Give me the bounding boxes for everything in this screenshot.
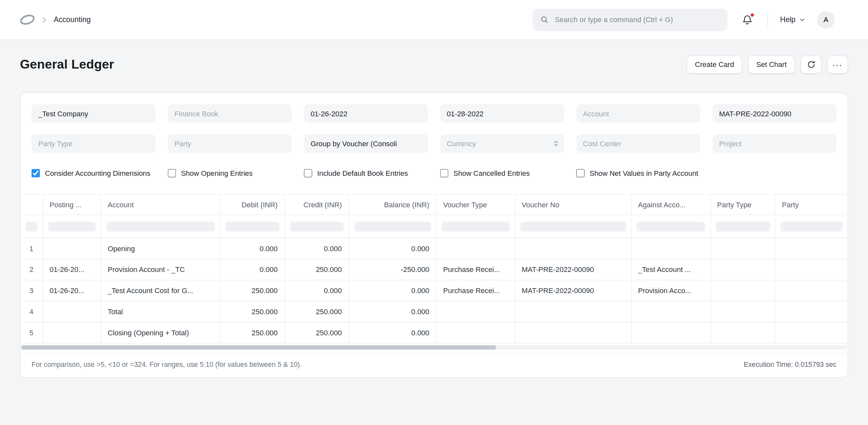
cell-voucher-type (436, 238, 515, 259)
checkbox-consider-accounting-dimensions[interactable]: Consider Accounting Dimensions (31, 168, 155, 179)
page-actions: Create Card Set Chart ... (686, 56, 848, 74)
table-row: 5 Closing (Opening + Total) 250.000 250.… (21, 322, 847, 343)
consider-accounting-dimensions-checkbox[interactable] (31, 169, 40, 177)
party-filter[interactable] (168, 134, 292, 153)
cell-voucher-no[interactable]: MAT-PRE-2022-00090 (515, 280, 631, 301)
filter-cell-posting-date (42, 215, 101, 238)
to-date-filter[interactable] (440, 104, 564, 123)
column-header-voucher-type[interactable]: Voucher Type (436, 194, 515, 215)
column-filter-input[interactable] (520, 222, 626, 232)
cell-debit: 0.000 (220, 238, 285, 259)
account-filter[interactable] (576, 104, 700, 123)
global-search (533, 8, 727, 31)
cell-debit: 0.000 (220, 259, 285, 280)
filter-cell-party (775, 215, 847, 238)
filter-cell-party-type (710, 215, 775, 238)
report-table: Posting ... Account Debit (INR) Credit (… (21, 194, 847, 343)
column-header-party-type[interactable]: Party Type (710, 194, 775, 215)
cell-index: 2 (21, 259, 42, 280)
column-filter-input[interactable] (106, 222, 215, 232)
checkbox-show-cancelled-entries[interactable]: Show Cancelled Entries (440, 168, 564, 179)
cell-against-account: _Test Account ... (631, 259, 710, 280)
search-input[interactable] (533, 8, 727, 31)
cell-voucher-no[interactable]: MAT-PRE-2022-00090 (515, 259, 631, 280)
cell-party-type (710, 322, 775, 343)
navbar-right: Help A (533, 8, 835, 31)
column-header-debit[interactable]: Debit (INR) (220, 194, 285, 215)
filter-cell-balance (349, 215, 436, 238)
scrollbar-thumb[interactable] (21, 345, 496, 350)
column-header-credit[interactable]: Credit (INR) (285, 194, 349, 215)
currency-placeholder: Currency (447, 139, 557, 148)
chevron-down-icon (800, 17, 805, 22)
refresh-button[interactable] (801, 56, 822, 74)
column-header-against-account[interactable]: Against Acco... (631, 194, 710, 215)
cell-credit: 250.000 (285, 301, 349, 322)
cost-center-filter[interactable] (576, 134, 700, 153)
set-chart-button[interactable]: Set Chart (748, 56, 795, 74)
cell-index: 5 (21, 322, 42, 343)
column-filter-input[interactable] (225, 222, 279, 232)
column-filter-input[interactable] (25, 222, 38, 232)
filter-checkboxes: Consider Accounting Dimensions Show Open… (21, 153, 847, 194)
frappecloud-logo[interactable] (20, 15, 35, 24)
horizontal-scrollbar[interactable] (21, 345, 847, 350)
column-filter-input[interactable] (715, 222, 770, 232)
breadcrumb-item-accounting[interactable]: Accounting (54, 16, 91, 24)
show-cancelled-entries-checkbox[interactable] (440, 169, 448, 177)
checkbox-label: Show Opening Entries (181, 168, 253, 179)
column-header-party[interactable]: Party (775, 194, 847, 215)
execution-time: Execution Time: 0.015793 sec (744, 361, 837, 368)
column-header-voucher-no[interactable]: Voucher No (515, 194, 631, 215)
group-by-select[interactable]: Group by Voucher (Consoli (304, 134, 428, 153)
show-net-values-checkbox[interactable] (576, 169, 585, 177)
voucher-no-filter[interactable] (713, 104, 837, 123)
logo-ring-icon (19, 13, 36, 27)
column-filter-input[interactable] (354, 222, 431, 232)
checkbox-label: Include Default Book Entries (317, 168, 408, 179)
column-header-balance[interactable]: Balance (INR) (349, 194, 436, 215)
cell-balance: 0.000 (349, 301, 436, 322)
page-title: General Ledger (20, 57, 114, 72)
column-header-account[interactable]: Account (101, 194, 220, 215)
include-default-book-entries-checkbox[interactable] (304, 169, 312, 177)
column-filter-input[interactable] (441, 222, 509, 232)
table-row: 1 Opening 0.000 0.000 0.000 (21, 238, 847, 259)
help-label: Help (780, 16, 795, 24)
filter-cell-index (21, 215, 42, 238)
ellipsis-icon: ... (833, 58, 842, 67)
project-filter[interactable] (713, 134, 837, 153)
notification-dot (750, 12, 755, 17)
column-filter-input[interactable] (290, 222, 343, 232)
column-filter-input[interactable] (48, 222, 96, 232)
cell-posting-date (42, 238, 101, 259)
column-header-posting-date[interactable]: Posting ... (42, 194, 101, 215)
table-row: 2 01-26-20... Provision Account - _TC 0.… (21, 259, 847, 280)
user-avatar[interactable]: A (817, 11, 835, 29)
column-header-index (21, 194, 42, 215)
cell-against-account (631, 322, 710, 343)
notifications-button[interactable] (740, 12, 755, 28)
cell-debit: 250.000 (220, 280, 285, 301)
cell-party-type (710, 259, 775, 280)
column-filter-input[interactable] (636, 222, 705, 232)
create-card-button[interactable]: Create Card (686, 56, 742, 74)
checkbox-include-default-book-entries[interactable]: Include Default Book Entries (304, 168, 428, 179)
cell-party-type (710, 301, 775, 322)
cell-voucher-no[interactable] (515, 238, 631, 259)
cell-posting-date (42, 301, 101, 322)
currency-select[interactable]: Currency (440, 134, 564, 153)
finance-book-filter[interactable] (168, 104, 292, 123)
column-filter-input[interactable] (780, 222, 843, 232)
show-opening-entries-checkbox[interactable] (168, 169, 176, 177)
menu-button[interactable]: ... (827, 56, 848, 74)
from-date-filter[interactable] (304, 104, 428, 123)
help-menu[interactable]: Help (780, 16, 805, 24)
checkbox-show-net-values-in-party-account[interactable]: Show Net Values in Party Account (576, 168, 700, 179)
party-type-filter[interactable] (31, 134, 155, 153)
cell-voucher-type (436, 322, 515, 343)
company-filter[interactable] (31, 104, 155, 123)
cell-party (775, 301, 847, 322)
checkbox-show-opening-entries[interactable]: Show Opening Entries (168, 168, 292, 179)
cell-party (775, 238, 847, 259)
